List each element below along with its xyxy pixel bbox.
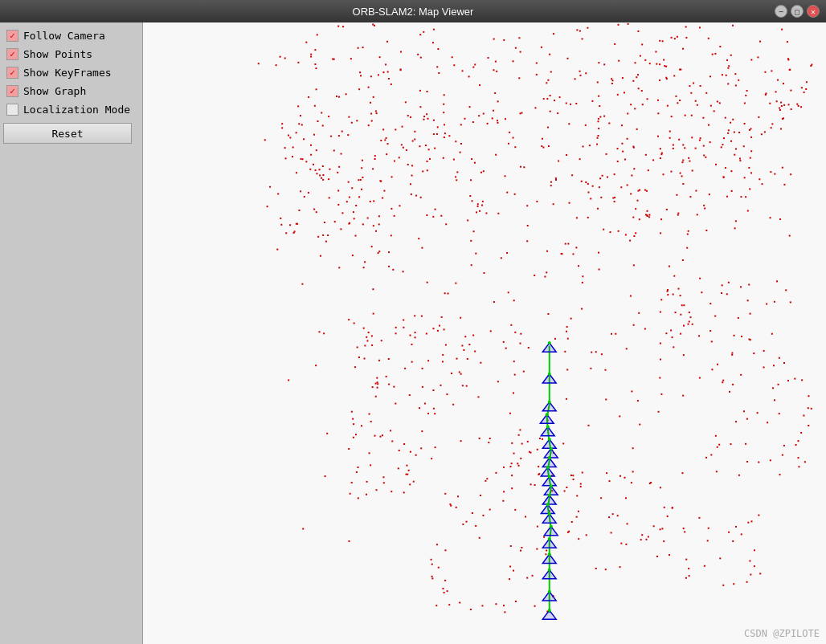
close-button[interactable]: ✕	[807, 5, 820, 18]
localization-mode-checkbox[interactable]	[6, 104, 18, 116]
show-points-checkbox[interactable]	[6, 48, 18, 60]
show-points-row[interactable]: Show Points	[3, 46, 139, 63]
show-keyframes-checkbox[interactable]	[6, 67, 18, 79]
reset-button[interactable]: Reset	[3, 123, 132, 144]
viewport: CSDN @ZPILOTE	[143, 22, 826, 644]
follow-camera-label: Follow Camera	[23, 30, 105, 42]
localization-mode-row[interactable]: Localization Mode	[3, 101, 139, 118]
title-bar: ORB-SLAM2: Map Viewer − □ ✕	[0, 0, 826, 22]
show-points-label: Show Points	[23, 48, 92, 60]
follow-camera-checkbox[interactable]	[6, 30, 18, 42]
show-keyframes-label: Show KeyFrames	[23, 67, 112, 79]
show-keyframes-row[interactable]: Show KeyFrames	[3, 64, 139, 81]
maximize-button[interactable]: □	[791, 5, 804, 18]
watermark: CSDN @ZPILOTE	[744, 628, 820, 639]
follow-camera-row[interactable]: Follow Camera	[3, 27, 139, 44]
show-graph-checkbox[interactable]	[6, 85, 18, 97]
sidebar: Follow Camera Show Points Show KeyFrames…	[0, 22, 143, 644]
map-canvas	[143, 22, 826, 644]
show-graph-label: Show Graph	[23, 85, 86, 97]
title-text: ORB-SLAM2: Map Viewer	[353, 6, 474, 18]
minimize-button[interactable]: −	[775, 5, 787, 18]
localization-mode-label: Localization Mode	[23, 104, 130, 116]
show-graph-row[interactable]: Show Graph	[3, 83, 139, 100]
